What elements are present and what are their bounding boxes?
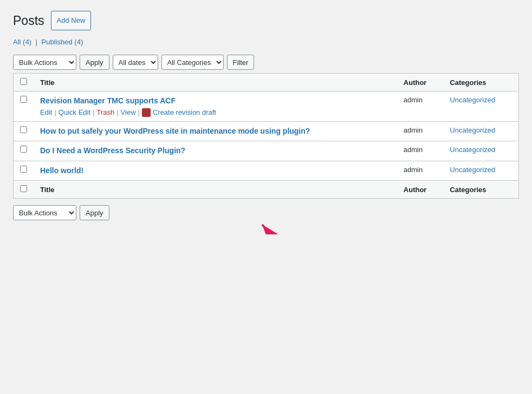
- sep: |: [54, 108, 56, 117]
- apply-bottom-button[interactable]: Apply: [80, 205, 109, 220]
- post-title-link[interactable]: Hello world!: [40, 166, 83, 175]
- bulk-actions-bottom-select[interactable]: Bulk Actions Edit Move to Trash: [13, 205, 76, 220]
- subsubsub-sep: |: [36, 38, 37, 46]
- row-checkbox[interactable]: [20, 126, 27, 133]
- row-checkbox-cell: [14, 161, 34, 181]
- title-footer-header: Title: [34, 181, 397, 199]
- post-title-link[interactable]: How to put safely your WordPress site in…: [40, 127, 310, 135]
- table-row: How to put safely your WordPress site in…: [14, 121, 519, 141]
- table-row: Do I Need a WordPress Security Plugin?ad…: [14, 141, 519, 161]
- subsubsub: All (4) | Published (4): [13, 38, 519, 46]
- row-actions: Edit | Quick Edit | Trash | View | ✏Crea…: [40, 108, 391, 117]
- apply-top-button[interactable]: Apply: [80, 55, 109, 70]
- post-title-cell: How to put safely your WordPress site in…: [34, 121, 397, 141]
- revision-icon: ✏: [142, 108, 151, 117]
- create-revision-link[interactable]: Create revision draft: [153, 108, 216, 116]
- categories-cell: Uncategorized: [443, 161, 518, 181]
- row-checkbox[interactable]: [20, 166, 27, 173]
- row-checkbox[interactable]: [20, 146, 27, 153]
- title-column-header: Title: [34, 74, 397, 91]
- author-cell: admin: [397, 121, 444, 141]
- row-checkbox[interactable]: [20, 96, 27, 103]
- row-checkbox-cell: [14, 91, 34, 122]
- add-new-button[interactable]: Add New: [51, 11, 92, 30]
- author-cell: admin: [397, 161, 444, 181]
- all-categories-select[interactable]: All Categories: [161, 55, 224, 70]
- category-link[interactable]: Uncategorized: [450, 146, 495, 154]
- top-tablenav: Bulk Actions Edit Move to Trash Apply Al…: [13, 51, 519, 73]
- view-link[interactable]: View: [121, 108, 136, 117]
- select-all-footer-checkbox[interactable]: [20, 185, 27, 192]
- posts-table: Title Author Categories Revision Manager…: [13, 73, 519, 199]
- author-column-header: Author: [397, 74, 444, 91]
- bottom-tablenav: Bulk Actions Edit Move to Trash Apply: [13, 202, 519, 224]
- svg-line-1: [262, 225, 338, 234]
- author-cell: admin: [397, 91, 444, 122]
- page-title: Posts: [13, 14, 44, 28]
- author-cell: admin: [397, 141, 444, 161]
- select-all-checkbox[interactable]: [20, 78, 27, 85]
- category-link[interactable]: Uncategorized: [450, 166, 495, 174]
- all-dates-select[interactable]: All dates: [113, 55, 158, 70]
- select-all-checkbox-footer[interactable]: [14, 181, 34, 199]
- author-footer-header: Author: [397, 181, 444, 199]
- filter-button[interactable]: Filter: [227, 55, 255, 70]
- trash-link[interactable]: Trash: [96, 108, 114, 117]
- sep: |: [138, 108, 140, 117]
- table-footer-row: Title Author Categories: [14, 181, 519, 199]
- category-link[interactable]: Uncategorized: [450, 126, 495, 134]
- all-filter-link[interactable]: All (4): [13, 38, 34, 46]
- category-link[interactable]: Uncategorized: [450, 96, 495, 104]
- post-title-cell: Revision Manager TMC supports ACFEdit | …: [34, 91, 397, 122]
- sep: |: [93, 108, 94, 117]
- row-checkbox-cell: [14, 121, 34, 141]
- table-row: Hello world!adminUncategorized: [14, 161, 519, 181]
- categories-column-header: Categories: [443, 74, 518, 91]
- post-title-cell: Do I Need a WordPress Security Plugin?: [34, 141, 397, 161]
- bulk-actions-top-select[interactable]: Bulk Actions Edit Move to Trash: [13, 55, 76, 70]
- create-revision-action: ✏Create revision draft: [142, 108, 216, 117]
- categories-cell: Uncategorized: [443, 91, 518, 122]
- quick-edit-link[interactable]: Quick Edit: [59, 108, 90, 117]
- post-title-link[interactable]: Do I Need a WordPress Security Plugin?: [40, 146, 185, 155]
- page-header: Posts Add New: [13, 11, 519, 30]
- table-row: Revision Manager TMC supports ACFEdit | …: [14, 91, 519, 122]
- post-title-link[interactable]: Revision Manager TMC supports ACF: [40, 96, 176, 105]
- row-checkbox-cell: [14, 141, 34, 161]
- sep: |: [116, 108, 118, 117]
- published-filter-link[interactable]: Published (4): [42, 38, 83, 46]
- categories-footer-header: Categories: [443, 181, 518, 199]
- table-header-row: Title Author Categories: [14, 74, 519, 91]
- select-all-checkbox-header[interactable]: [14, 74, 34, 91]
- categories-cell: Uncategorized: [443, 141, 518, 161]
- edit-link[interactable]: Edit: [40, 108, 52, 117]
- post-title-cell: Hello world!: [34, 161, 397, 181]
- categories-cell: Uncategorized: [443, 121, 518, 141]
